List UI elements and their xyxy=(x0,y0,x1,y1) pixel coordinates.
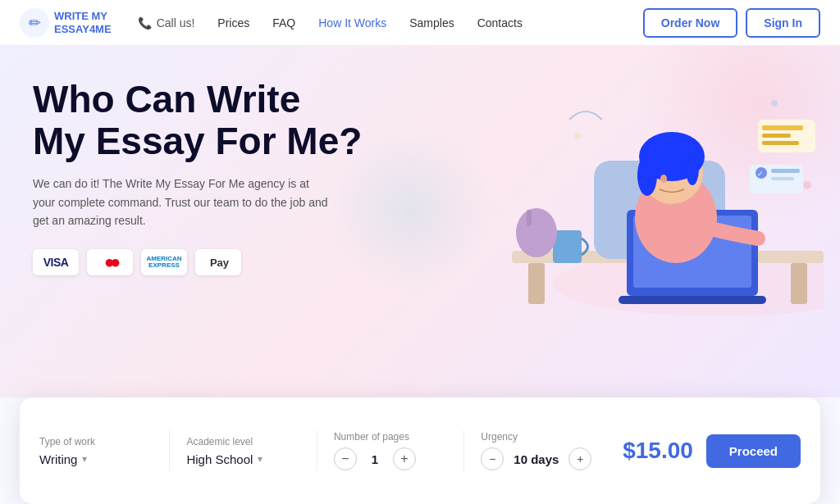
nav-contacts[interactable]: Contacts xyxy=(477,16,523,30)
svg-text:✏: ✏ xyxy=(29,15,41,31)
urgency-decrement-button[interactable]: − xyxy=(481,447,504,470)
academic-level-field: Academic level High School ▾ xyxy=(186,436,299,466)
price-display: $15.00 xyxy=(623,438,693,464)
urgency-increment-button[interactable]: + xyxy=(568,447,591,470)
nav-call[interactable]: 📞 Call us! xyxy=(138,16,195,30)
nav-how-it-works[interactable]: How It Works xyxy=(318,16,386,30)
hero-title: Who Can Write My Essay For Me? xyxy=(33,79,427,161)
logo[interactable]: ✏ WRITE MY ESSAY4ME xyxy=(20,8,112,38)
svg-point-29 xyxy=(771,100,778,107)
svg-rect-4 xyxy=(528,263,545,304)
order-now-button[interactable]: Order Now xyxy=(643,8,738,38)
svg-rect-18 xyxy=(527,210,532,226)
main-nav: 📞 Call us! Prices FAQ How It Works Sampl… xyxy=(138,16,643,30)
svg-rect-21 xyxy=(762,134,791,138)
svg-rect-26 xyxy=(771,169,800,173)
svg-rect-16 xyxy=(553,230,582,263)
svg-point-17 xyxy=(516,208,557,257)
type-of-work-value: Writing xyxy=(39,452,77,466)
type-of-work-control: Writing ▾ xyxy=(39,452,153,466)
pages-increment-button[interactable]: + xyxy=(393,447,416,470)
pages-decrement-button[interactable]: − xyxy=(334,447,357,470)
payment-badges: VISA ●● AMERICANEXPRESS Pay xyxy=(33,249,427,275)
svg-rect-22 xyxy=(762,141,799,145)
svg-point-28 xyxy=(803,181,811,189)
academic-level-value: High School xyxy=(186,452,253,466)
type-of-work-label: Type of work xyxy=(39,436,153,447)
logo-icon: ✏ xyxy=(20,8,49,38)
hero-content: Who Can Write My Essay For Me? We can do… xyxy=(33,79,427,275)
proceed-button[interactable]: Proceed xyxy=(706,434,801,468)
urgency-label: Urgency xyxy=(481,431,594,443)
urgency-value: 10 days xyxy=(514,452,559,466)
sign-in-button[interactable]: Sign In xyxy=(746,8,820,38)
hero-section: Who Can Write My Essay For Me? We can do… xyxy=(0,46,840,397)
header-buttons: Order Now Sign In xyxy=(643,8,820,38)
apple-pay-badge: Pay xyxy=(195,249,241,275)
phone-icon: 📞 xyxy=(138,16,152,30)
nav-samples[interactable]: Samples xyxy=(409,16,454,30)
svg-point-15 xyxy=(660,175,667,183)
pages-control: − 1 + xyxy=(334,447,447,470)
academic-level-label: Academic level xyxy=(186,436,299,447)
divider-1 xyxy=(169,430,170,471)
academic-level-control: High School ▾ xyxy=(186,452,299,466)
svg-rect-20 xyxy=(762,125,803,130)
order-form: Type of work Writing ▾ Academic level Hi… xyxy=(20,397,820,504)
visa-badge: VISA xyxy=(33,249,79,275)
urgency-control: − 10 days + xyxy=(481,447,594,470)
price-section: $15.00 xyxy=(611,438,693,464)
pages-value: 1 xyxy=(367,452,383,466)
academic-level-chevron: ▾ xyxy=(258,453,262,465)
mastercard-badge: ●● xyxy=(87,249,133,275)
svg-point-30 xyxy=(574,133,581,139)
svg-rect-27 xyxy=(771,177,794,180)
amex-badge: AMERICANEXPRESS xyxy=(141,249,187,275)
svg-point-13 xyxy=(637,155,657,196)
nav-prices[interactable]: Prices xyxy=(217,16,249,30)
divider-2 xyxy=(317,430,317,471)
svg-rect-9 xyxy=(619,296,766,304)
svg-text:✓: ✓ xyxy=(757,170,764,178)
urgency-field: Urgency − 10 days + xyxy=(481,431,594,470)
divider-3 xyxy=(463,430,464,471)
hero-illustration: ✓ xyxy=(430,54,824,316)
type-of-work-chevron: ▾ xyxy=(82,453,87,465)
svg-point-14 xyxy=(686,152,699,185)
nav-faq[interactable]: FAQ xyxy=(272,16,295,30)
hero-subtitle: We can do it! The Write My Essay For Me … xyxy=(33,175,328,229)
type-of-work-select[interactable]: Writing ▾ xyxy=(39,452,87,466)
academic-level-select[interactable]: High School ▾ xyxy=(186,452,262,466)
logo-text: WRITE MY ESSAY4ME xyxy=(54,10,112,35)
svg-rect-5 xyxy=(791,263,807,304)
type-of-work-field: Type of work Writing ▾ xyxy=(39,436,153,466)
pages-field: Number of pages − 1 + xyxy=(334,431,447,470)
pages-label: Number of pages xyxy=(334,431,447,443)
